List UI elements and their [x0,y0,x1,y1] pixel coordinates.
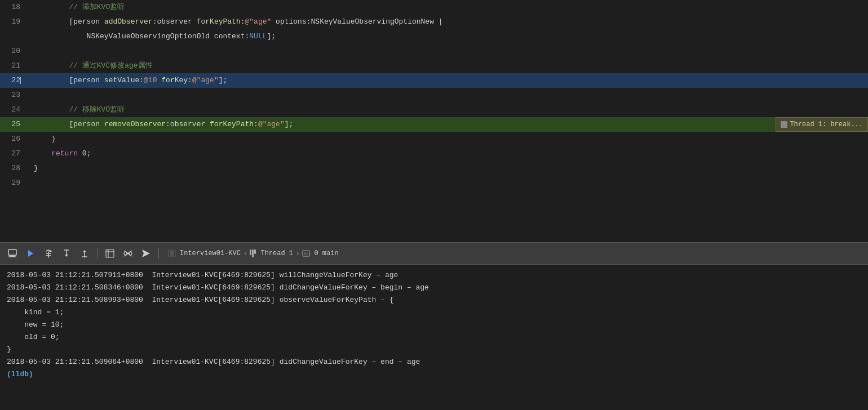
console-line-8: 2018-05-03 21:12:21.509064+0800 Intervie… [7,356,861,368]
shared-threads-button[interactable] [120,246,136,261]
line-number-25: 25 [0,117,29,132]
console-line-6: old = 0; [7,331,861,344]
breadcrumb-sep-2: › [295,249,300,258]
breadcrumb-app[interactable]: Interview01-KVC [168,249,241,257]
thread-badge-label: Thread 1: break... [790,117,863,132]
line-content-24: // 移除KVO监听 [29,102,868,117]
console-line-4: kind = 1; [7,306,861,319]
hide-panel-button[interactable] [5,246,20,261]
breadcrumb-app-label: Interview01-KVC [180,249,241,257]
code-line-18: 18 // 添加KVO监听 [0,0,868,15]
line-content-22: [person setValue:@10 forKey:@"age"]; [29,73,868,88]
line-number-28: 28 [0,161,29,176]
svg-rect-12 [106,249,114,257]
code-line-19: 19 [person addObserver:observer forKeyPa… [0,15,868,29]
line-content-19: [person addObserver:observer forKeyPath:… [29,15,868,29]
line-number-21: 21 [0,59,29,73]
console-prompt-text: (lldb) [7,370,33,378]
console-output[interactable]: 2018-05-03 21:12:21.507911+0800 Intervie… [0,265,868,410]
code-line-28: 28 } [0,161,868,176]
thread-icon [250,249,256,257]
code-line-22: 22| [person setValue:@10 forKey:@"age"]; [0,73,868,88]
console-line-5: new = 10; [7,319,861,331]
line-number-19-cont [0,29,29,44]
line-content-21: // 通过KVC修改age属性 [29,59,868,73]
line-content-29 [29,176,868,190]
ide-window: 18 // 添加KVO监听 19 [person addObserver:obs… [0,0,868,410]
code-line-21: 21 // 通过KVC修改age属性 [0,59,868,73]
line-number-22: 22| [0,73,29,88]
line-content-28: } [29,161,868,176]
console-line-1: 2018-05-03 21:12:21.507911+0800 Intervie… [7,269,861,282]
line-content-19-cont: NSKeyValueObservingOptionOld context:NUL… [29,29,868,44]
debug-toolbar: Interview01-KVC › Thread 1 › fn 0 main [0,242,868,265]
line-content-20 [29,44,868,59]
console-line-3: 2018-05-03 21:12:21.508993+0800 Intervie… [7,294,861,306]
code-line-24: 24 // 移除KVO监听 [0,102,868,117]
separator-1 [97,248,98,259]
line-content-27: return 0; [29,146,868,161]
line-number-19: 19 [0,15,29,29]
code-line-27: 27 return 0; [0,146,868,161]
line-number-18: 18 [0,0,29,15]
line-number-20: 20 [0,44,29,59]
separator-2 [158,248,159,259]
thread-toggle-button[interactable] [102,246,118,261]
step-into-button[interactable] [59,246,74,261]
breadcrumb-thread[interactable]: Thread 1 [250,249,293,257]
thread-badge: Thread 1: break... [776,117,868,132]
svg-marker-3 [28,250,33,257]
line-number-23: 23 [0,88,29,102]
breadcrumb-frame[interactable]: fn 0 main [302,249,338,257]
code-editor: 18 // 添加KVO监听 19 [person addObserver:obs… [0,0,868,242]
code-line-23: 23 [0,88,868,102]
line-content-23 [29,88,868,102]
line-number-29: 29 [0,176,29,190]
line-content-26: } [29,132,868,146]
step-out-button[interactable] [77,246,92,261]
line-number-26: 26 [0,132,29,146]
breadcrumb: Interview01-KVC › Thread 1 › fn 0 main [168,249,339,258]
code-line-19-cont: NSKeyValueObservingOptionOld context:NUL… [0,29,868,44]
line-content-25: [person removeObserver:observer forKeyPa… [29,117,868,132]
svg-rect-22 [170,251,174,256]
line-number-27: 27 [0,146,29,161]
code-line-26: 26 } [0,132,868,146]
step-over-button[interactable] [41,246,56,261]
console-line-7: } [7,344,861,356]
svg-marker-10 [83,250,86,252]
send-button[interactable] [138,246,154,261]
breadcrumb-frame-label: 0 main [314,249,338,257]
console-line-2: 2018-05-03 21:12:21.508346+0800 Intervie… [7,282,861,294]
svg-rect-0 [8,249,16,255]
breadcrumb-thread-label: Thread 1 [260,249,293,257]
line-number-24: 24 [0,102,29,117]
continue-button[interactable] [23,246,38,261]
breadcrumb-sep-1: › [243,249,247,258]
line-content-18: // 添加KVO监听 [29,0,868,15]
code-line-20: 20 [0,44,868,59]
svg-marker-7 [65,255,68,257]
svg-marker-20 [142,249,150,257]
thread-badge-icon [781,121,787,128]
console-prompt: (lldb) [7,368,861,381]
code-line-29: 29 [0,176,868,190]
code-line-25: 25 [person removeObserver:observer forKe… [0,117,868,132]
svg-text:fn: fn [304,252,308,256]
